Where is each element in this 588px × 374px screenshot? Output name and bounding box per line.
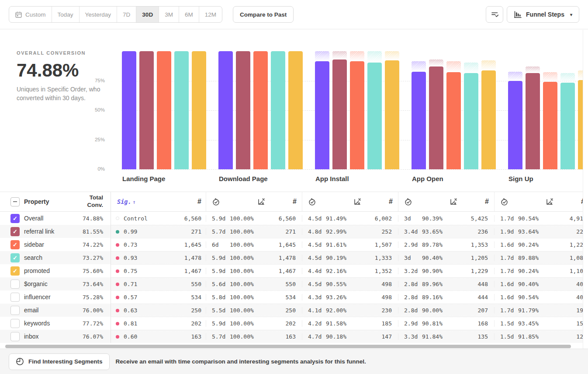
funnel-bar[interactable] [174, 51, 189, 169]
step-cell: 4.5d90.19%1,333 [302, 255, 398, 261]
count-column-header[interactable]: # [197, 198, 206, 206]
significance-dot [116, 296, 119, 299]
date-range-30d[interactable]: 30D [136, 7, 159, 22]
row-checkbox[interactable] [10, 293, 20, 302]
row-checkbox[interactable] [10, 332, 20, 341]
step-conversion-rate: 90.18% [326, 333, 382, 340]
funnel-bar[interactable] [332, 59, 347, 169]
row-checkbox[interactable]: ✓ [10, 266, 20, 276]
stopwatch-check-icon[interactable] [308, 198, 316, 206]
count-column-header[interactable]: # [485, 198, 494, 206]
funnel-bar[interactable] [271, 51, 285, 169]
funnel-bar[interactable] [139, 51, 154, 169]
date-range-3m[interactable]: 3M [159, 7, 179, 22]
property-row-sidebar[interactable]: ✓sidebar74.22% [0, 238, 111, 251]
step-count: 1,478 [279, 255, 302, 261]
property-row-promoted[interactable]: ✓promoted75.60% [0, 264, 111, 277]
conversion-rate-icon[interactable] [449, 197, 458, 206]
count-column-header[interactable]: # [293, 198, 302, 206]
conversion-rate-icon[interactable] [257, 197, 266, 206]
date-range-yesterday[interactable]: Yesterday [79, 7, 117, 22]
funnel-bar[interactable] [288, 51, 303, 169]
step-cell: 4.1d92.00%230 [302, 307, 398, 314]
date-range-12m[interactable]: 12M [199, 7, 222, 22]
date-range-6m[interactable]: 6M [179, 7, 199, 22]
significance-column-header[interactable]: Sig.↑ [117, 198, 136, 205]
funnel-bar[interactable] [218, 51, 233, 169]
funnel-bar[interactable] [385, 60, 399, 169]
step-column-header: # [494, 192, 583, 211]
horizontal-scrollbar[interactable] [5, 345, 571, 348]
property-row-overall[interactable]: ✓Overall74.88% [0, 212, 111, 225]
funnel-bar-ghost [578, 70, 583, 80]
select-all-checkbox[interactable] [10, 197, 20, 206]
funnel-bar[interactable] [122, 51, 136, 169]
funnel-bar[interactable] [236, 51, 250, 169]
significance-dot [116, 309, 119, 312]
date-range-custom[interactable]: Custom [9, 7, 52, 22]
row-checkbox[interactable] [10, 319, 20, 328]
funnel-bar[interactable] [446, 72, 461, 169]
data-row-promoted: 0.751,4675.9d100.00%1,4674.4d92.16%1,352… [111, 264, 583, 277]
property-row-influencer[interactable]: influencer75.28% [0, 290, 111, 304]
view-options-button[interactable] [486, 6, 503, 23]
step-cell: 2.8d89.16%444 [398, 294, 494, 301]
funnel-bar[interactable] [315, 61, 329, 169]
step-cell: 1.7d90.24%1,10 [494, 268, 583, 274]
step-conversion-rate: 90.54% [518, 215, 570, 222]
find-interesting-segments-button[interactable]: Find Interesting Segments [9, 353, 110, 370]
step-count: 252 [382, 228, 398, 235]
significance-value: 0.60 [124, 333, 137, 340]
funnel-bar[interactable] [412, 72, 426, 169]
row-checkbox[interactable]: ✓ [10, 227, 20, 236]
conversion-rate-icon[interactable] [353, 197, 362, 206]
table-scroll-pane[interactable]: Sig.↑ # #### Control6,5605.9d100.00%6,56… [111, 192, 583, 343]
step-count: 1,22 [570, 241, 583, 248]
row-checkbox[interactable]: ✓ [10, 240, 20, 249]
step-conversion-rate: 90.90% [422, 268, 471, 274]
funnel-bar[interactable] [367, 63, 382, 169]
funnel-bar-ghost [481, 60, 496, 70]
total-conversion-value: 73.64% [83, 281, 111, 287]
property-row-inbox[interactable]: inbox76.07% [0, 330, 111, 343]
step-conversion-rate: 100.00% [230, 333, 286, 340]
data-row-overall: Control6,5605.9d100.00%6,5604.5d91.49%6,… [111, 212, 583, 225]
stopwatch-check-icon[interactable] [500, 198, 508, 206]
property-row-referral-link[interactable]: ✓referral link81.55% [0, 225, 111, 238]
count-column-header[interactable]: # [389, 198, 398, 206]
funnel-bar[interactable] [578, 80, 583, 169]
funnel-bar[interactable] [560, 83, 575, 169]
avg-time-to-convert: 5.6d [206, 281, 230, 287]
funnel-bar[interactable] [192, 51, 206, 169]
step-count: 12 [576, 333, 583, 340]
compare-to-past-button[interactable]: Compare to Past [233, 6, 294, 23]
stopwatch-check-icon[interactable] [212, 198, 220, 206]
funnel-bar[interactable] [253, 51, 268, 169]
stopwatch-check-icon[interactable] [404, 198, 412, 206]
chart-type-button[interactable]: Funnel Steps ▾ [507, 6, 579, 23]
funnel-bar[interactable] [526, 73, 540, 169]
funnel-bar[interactable] [350, 61, 364, 169]
property-row-search[interactable]: ✓search73.27% [0, 251, 111, 264]
funnel-bar[interactable] [481, 70, 496, 169]
row-checkbox[interactable] [10, 280, 20, 289]
funnel-bar[interactable] [464, 73, 478, 169]
step-conversion-rate: 91.79% [518, 307, 576, 314]
row-checkbox[interactable] [10, 306, 20, 315]
row-checkbox[interactable]: ✓ [10, 214, 20, 223]
property-row--organic[interactable]: $organic73.64% [0, 277, 111, 290]
funnel-bar[interactable] [157, 51, 171, 169]
conversion-rate-icon[interactable] [545, 197, 554, 206]
step-conversion-rate: 100.00% [230, 320, 286, 327]
date-range-today[interactable]: Today [52, 7, 79, 22]
step-count: 40 [576, 294, 583, 301]
funnel-bar[interactable] [429, 66, 443, 169]
row-checkbox[interactable]: ✓ [10, 253, 20, 262]
property-row-keywords[interactable]: keywords77.72% [0, 317, 111, 330]
date-range-7d[interactable]: 7D [117, 7, 136, 22]
property-row-email[interactable]: email76.00% [0, 304, 111, 317]
step-conversion-rate: 90.39% [422, 215, 471, 222]
data-row-email: 0.632505.5d100.00%2504.1d92.00%2302.8d90… [111, 304, 583, 317]
funnel-bar[interactable] [508, 81, 522, 169]
funnel-bar[interactable] [543, 82, 557, 169]
